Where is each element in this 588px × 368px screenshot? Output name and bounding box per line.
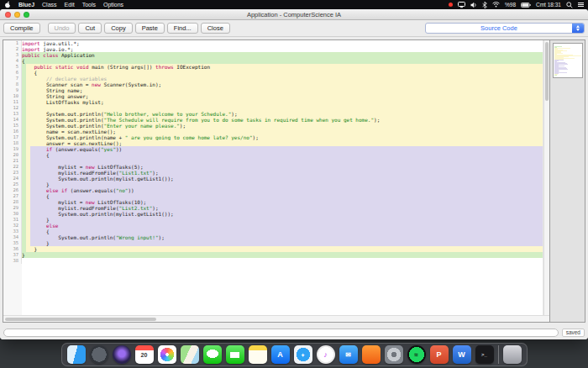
dock-icon-terminal[interactable]: >_: [475, 345, 494, 364]
code-line[interactable]: 26 else if (answer.equals("no")): [3, 187, 543, 193]
code-line[interactable]: 5 public static void main (String args[]…: [3, 64, 543, 70]
titlebar[interactable]: Application - ComputerScience IA: [0, 9, 588, 20]
code-line[interactable]: 32 else: [3, 223, 543, 229]
code-line[interactable]: 18 answer = scan.nextLine();: [3, 140, 543, 146]
code-text: ListOfTasks mylist;: [22, 99, 543, 105]
wifi-icon[interactable]: [492, 2, 500, 8]
code-line[interactable]: 3public class Application: [3, 52, 543, 58]
code-minimap[interactable]: [553, 43, 583, 78]
dock-icon-safari[interactable]: ✦: [294, 345, 312, 364]
dock-icon-powerpoint[interactable]: P: [430, 345, 449, 364]
dock-icon-trash[interactable]: [503, 345, 522, 364]
line-number: 5: [3, 64, 22, 70]
dock-icon-mail[interactable]: ✉: [339, 345, 358, 364]
code-line[interactable]: 37}: [3, 252, 543, 258]
dock-icon-spotify[interactable]: ≈: [407, 345, 426, 364]
dock-icon-messages[interactable]: [203, 345, 222, 364]
line-number: 31: [3, 217, 22, 223]
code-line[interactable]: 4{: [3, 58, 543, 64]
menu-class[interactable]: Class: [42, 0, 57, 9]
menu-edit[interactable]: Edit: [65, 0, 75, 9]
line-number: 29: [3, 205, 22, 211]
code-line[interactable]: 36 }: [3, 246, 543, 252]
code-line[interactable]: 23 mylist.readFromFile("List1.txt");: [3, 170, 543, 176]
zoom-window-button[interactable]: [24, 12, 29, 18]
code-line[interactable]: 10 String answer;: [3, 93, 543, 99]
bluej-window: Application - ComputerScience IA Compile…: [0, 9, 588, 339]
copy-button[interactable]: Copy: [104, 23, 133, 34]
code-line[interactable]: 21: [3, 158, 543, 164]
code-line[interactable]: 27 {: [3, 193, 543, 199]
code-line[interactable]: 9 String name;: [3, 87, 543, 93]
code-text: String name;: [22, 87, 543, 93]
horizontal-scrollbar[interactable]: [3, 315, 549, 322]
code-line[interactable]: 20 {: [3, 152, 543, 158]
code-line[interactable]: 8 Scanner scan = new Scanner(System.in);: [3, 81, 543, 87]
code-line[interactable]: 28 mylist = new ListOfTasks(10);: [3, 199, 543, 205]
dock-icon-itunes[interactable]: ♪: [317, 345, 335, 364]
recording-dot-icon[interactable]: [449, 3, 453, 7]
bluetooth-icon[interactable]: [482, 2, 487, 8]
code-line[interactable]: 24 System.out.println(mylist.getList1())…: [3, 176, 543, 181]
close-button[interactable]: Close: [201, 23, 230, 34]
code-line[interactable]: 1import java.util.*;: [3, 40, 543, 46]
code-line[interactable]: 31 }: [3, 217, 543, 223]
dock-icon-finder[interactable]: [67, 345, 86, 364]
code-line[interactable]: 16 name = scan.nextLine();: [3, 129, 543, 134]
dock-icon-facetime[interactable]: [226, 345, 244, 364]
menu-bluej[interactable]: BlueJ: [18, 0, 34, 9]
menu-options[interactable]: Options: [103, 0, 123, 9]
code-line[interactable]: 11 ListOfTasks mylist;: [3, 99, 543, 105]
line-number: 9: [3, 87, 22, 93]
minimize-window-button[interactable]: [14, 12, 20, 18]
compile-button[interactable]: Compile: [3, 23, 40, 34]
volume-icon[interactable]: [470, 2, 477, 8]
code-line[interactable]: 19 if (answer.equals("yes")): [3, 146, 543, 152]
spotlight-icon[interactable]: [566, 2, 573, 8]
code-line[interactable]: 29 mylist.readFromFile("List2.txt");: [3, 205, 543, 211]
code-line[interactable]: 12: [3, 105, 543, 111]
find-button[interactable]: Find...: [167, 23, 198, 34]
code-line[interactable]: 6 {: [3, 70, 543, 76]
code-line[interactable]: 17 System.out.println(name + " are you g…: [3, 134, 543, 140]
code-line[interactable]: 7 // declare variables: [3, 76, 543, 81]
line-number: 20: [3, 152, 22, 158]
battery-icon[interactable]: [521, 3, 531, 8]
dock-icon-word[interactable]: W: [453, 345, 471, 364]
status-input[interactable]: [3, 329, 559, 337]
dock-icon-siri[interactable]: [113, 345, 131, 364]
horizontal-scrollbar-thumb[interactable]: [5, 318, 156, 321]
menu-tools[interactable]: Tools: [82, 0, 96, 9]
dock-icon-system-preferences[interactable]: [385, 345, 403, 364]
code-line[interactable]: 13 System.out.println("Hello brother, we…: [3, 111, 543, 117]
dock-icon-maps[interactable]: [181, 345, 199, 364]
code-line[interactable]: 14 System.out.println("The Schedule will…: [3, 117, 543, 123]
dock-icon-books[interactable]: [362, 345, 381, 364]
code-line[interactable]: 38: [3, 258, 543, 264]
cut-button[interactable]: Cut: [78, 23, 102, 34]
vertical-scrollbar-thumb[interactable]: [545, 42, 549, 101]
dock-icon-photos[interactable]: [158, 345, 176, 364]
dock-icon-app-store[interactable]: A: [271, 345, 290, 364]
code-line[interactable]: 33 {: [3, 229, 543, 234]
view-selector-dropdown[interactable]: Source Code: [425, 23, 585, 34]
code-line[interactable]: 15 System.out.println("Enter your name p…: [3, 123, 543, 129]
undo-button[interactable]: Undo: [48, 23, 76, 34]
code-line[interactable]: 22 mylist = new ListOfTasks(5);: [3, 164, 543, 170]
menubar-clock[interactable]: Cmt 18:31: [536, 2, 561, 8]
code-line[interactable]: 35 }: [3, 240, 543, 246]
paste-button[interactable]: Paste: [135, 23, 165, 34]
display-icon[interactable]: [458, 2, 465, 8]
dock-icon-notes[interactable]: [249, 345, 267, 364]
apple-menu-icon[interactable]: [4, 1, 11, 8]
close-window-button[interactable]: [5, 12, 11, 18]
code-line[interactable]: 25 }: [3, 181, 543, 187]
dock-icon-launchpad[interactable]: [90, 345, 108, 364]
code-line[interactable]: 34 System.out.println("Wrong input!");: [3, 234, 543, 240]
vertical-scrollbar[interactable]: [543, 40, 549, 315]
code-line[interactable]: 30 System.out.println(mylist.getList1())…: [3, 211, 543, 217]
dock-icon-calendar[interactable]: 20: [135, 345, 154, 364]
window-controls: [5, 12, 29, 18]
code-line[interactable]: 2import java.io.*;: [3, 46, 543, 52]
code-lines[interactable]: 1import java.util.*;2import java.io.*;3p…: [3, 40, 543, 315]
